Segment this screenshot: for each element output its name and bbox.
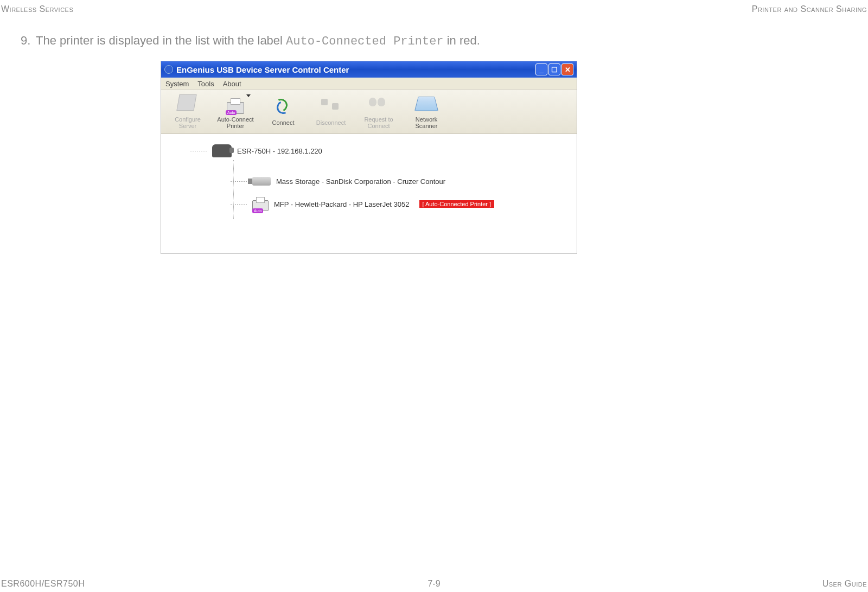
- maximize-button[interactable]: ☐: [548, 63, 560, 75]
- footer-model: ESR600H/ESR750H: [1, 579, 85, 589]
- configure-server-button: Configure Server: [167, 94, 209, 129]
- app-icon: [164, 65, 173, 74]
- scanner-icon: [414, 97, 438, 111]
- step-number: 9.: [21, 34, 30, 47]
- header-left: Wireless Services: [1, 4, 73, 14]
- usb-drive-icon: [252, 177, 271, 186]
- connect-label: Connect: [272, 119, 295, 126]
- window-title: EnGenius USB Device Server Control Cente…: [176, 65, 349, 74]
- mfp-printer-icon: Auto: [252, 197, 269, 211]
- chevron-down-icon[interactable]: [246, 94, 251, 97]
- server-icon: [176, 94, 196, 111]
- network-scanner-button[interactable]: Network Scanner: [405, 94, 448, 129]
- disconnect-label: Disconnect: [316, 119, 346, 126]
- auto-badge-icon: Auto: [252, 208, 263, 213]
- tree-root-row[interactable]: ESR-750H - 192.168.1.220: [171, 142, 567, 160]
- toolbar: Configure Server Auto Auto-Connect Print…: [161, 90, 577, 134]
- footer-guide: User Guide: [822, 579, 867, 589]
- auto-connect-printer-button[interactable]: Auto Auto-Connect Printer: [214, 94, 257, 129]
- request-label: Request to Connect: [358, 116, 400, 129]
- menu-tools[interactable]: Tools: [197, 80, 214, 88]
- people-icon: [369, 94, 385, 109]
- tree-storage-label: Mass Storage - SanDisk Corporation - Cru…: [276, 177, 445, 186]
- auto-connected-badge: [ Auto-Connected Printer ]: [419, 200, 495, 208]
- menubar: System Tools About: [161, 78, 577, 90]
- router-icon: [212, 144, 232, 157]
- menu-system[interactable]: System: [165, 80, 189, 88]
- step-mono: Auto-Connected Printer: [286, 35, 443, 48]
- tree-mfp-row[interactable]: Auto MFP - Hewlett-Packard - HP LaserJet…: [171, 195, 567, 213]
- disconnect-button: Disconnect: [310, 98, 352, 126]
- minimize-button[interactable]: _: [535, 63, 547, 75]
- close-button[interactable]: ✕: [561, 63, 573, 75]
- connect-button[interactable]: Connect: [262, 98, 304, 126]
- menu-about[interactable]: About: [223, 80, 241, 88]
- disconnect-icon: [321, 98, 339, 111]
- tree-root-label: ESR-750H - 192.168.1.220: [237, 147, 322, 155]
- tree-storage-row[interactable]: Mass Storage - SanDisk Corporation - Cru…: [171, 172, 567, 190]
- step-before: The printer is displayed in the list wit…: [36, 34, 286, 47]
- app-window: EnGenius USB Device Server Control Cente…: [161, 61, 577, 254]
- header-right: Printer and Scanner Sharing: [752, 4, 867, 14]
- connect-icon: [273, 98, 291, 115]
- request-connect-button: Request to Connect: [358, 94, 400, 129]
- footer-page: 7-9: [427, 579, 440, 589]
- tree-mfp-label: MFP - Hewlett-Packard - HP LaserJet 3052: [274, 200, 410, 208]
- auto-printer-label: Auto-Connect Printer: [214, 116, 257, 129]
- scanner-label: Network Scanner: [405, 116, 448, 129]
- titlebar: EnGenius USB Device Server Control Cente…: [161, 61, 577, 78]
- auto-badge-icon: Auto: [226, 110, 237, 115]
- device-tree: ESR-750H - 192.168.1.220 Mass Storage - …: [161, 134, 577, 254]
- configure-label: Configure Server: [167, 116, 209, 129]
- step-after: in red.: [444, 34, 480, 47]
- window-controls: _ ☐ ✕: [535, 63, 573, 75]
- step-text: 9. The printer is displayed in the list …: [21, 34, 480, 48]
